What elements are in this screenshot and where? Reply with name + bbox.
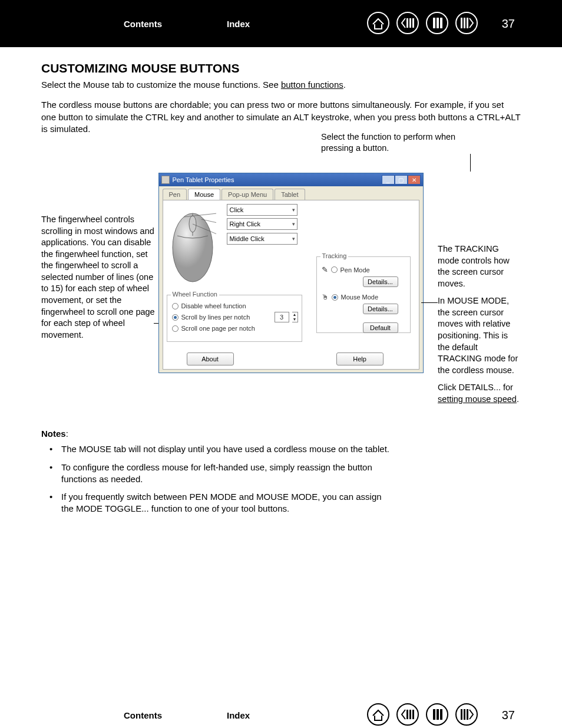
help-button[interactable]: Help (336, 353, 384, 365)
wheel-disable-radio[interactable] (172, 303, 178, 309)
svg-rect-25 (437, 709, 439, 720)
svg-rect-21 (409, 710, 411, 719)
maximize-button[interactable]: ▢ (395, 175, 408, 185)
dialog-panel: Click Right Click Middle Click Tracking … (163, 200, 419, 370)
contents-link-bottom[interactable]: Contents (124, 710, 162, 720)
about-button[interactable]: About (187, 353, 234, 365)
svg-rect-2 (406, 18, 408, 28)
mouse-mode-label: Mouse Mode (341, 294, 379, 301)
prev-section-icon[interactable] (396, 11, 419, 37)
tab-pen[interactable]: Pen (163, 189, 187, 200)
intro-text-end: . (343, 80, 346, 90)
layout-columns: The fingerwheel controls scrolling in mo… (41, 143, 521, 411)
button3-combo[interactable]: Middle Click (227, 233, 297, 245)
wheel-lines-radio[interactable] (172, 314, 178, 321)
wheel-disable-label: Disable wheel function (181, 302, 246, 309)
page-content: CUSTOMIZING MOUSE BUTTONS Select the Mou… (0, 47, 562, 515)
minimize-button[interactable]: _ (382, 175, 395, 185)
window-buttons: _ ▢ ✕ (382, 175, 421, 185)
svg-rect-24 (433, 709, 435, 720)
prev-page-icon[interactable] (425, 703, 449, 728)
note-item: The MOUSE tab will not display until you… (41, 443, 395, 455)
close-button[interactable]: ✕ (408, 175, 421, 185)
svg-rect-20 (406, 710, 408, 719)
tracking-desc-3: Click DETAILS... for setting mouse speed… (438, 382, 521, 405)
home-icon[interactable] (366, 703, 390, 728)
mouse-mode-icon: 🖱 (322, 293, 329, 301)
wheel-lines-label: Scroll by lines per notch (181, 314, 250, 321)
index-link[interactable]: Index (227, 19, 250, 29)
wheel-page-radio[interactable] (172, 325, 178, 332)
tracking-desc-1: The TRACKING mode controls how the scree… (438, 243, 521, 289)
dialog-titlebar: Pen Tablet Properties _ ▢ ✕ (159, 173, 423, 186)
fingerwheel-callout: The fingerwheel controls scrolling in mo… (41, 143, 158, 411)
svg-rect-29 (464, 709, 465, 720)
bottom-nav-bar: Contents Index 37 (0, 692, 562, 728)
button1-combo[interactable]: Click (227, 204, 297, 216)
dialog-title: Pen Tablet Properties (173, 176, 234, 183)
top-nav-bar: Contents Index 37 (0, 0, 562, 47)
wheel-function-fieldset: Wheel Function Disable wheel function Sc… (167, 295, 302, 342)
wheel-legend: Wheel Function (171, 291, 219, 298)
callout-line (421, 302, 438, 303)
index-link-bottom[interactable]: Index (227, 710, 250, 720)
tab-mouse[interactable]: Mouse (188, 189, 220, 200)
notes-section: Notes: The MOUSE tab will not display un… (41, 429, 521, 515)
dialog-tabs: Pen Mouse Pop-up Menu Tablet (159, 186, 423, 200)
tab-tablet[interactable]: Tablet (275, 189, 305, 200)
svg-rect-4 (412, 18, 414, 28)
default-button[interactable]: Default (363, 322, 398, 333)
pen-details-button[interactable]: Details... (363, 276, 398, 287)
pen-mode-radio[interactable] (331, 266, 338, 273)
tracking-legend: Tracking (320, 252, 349, 259)
intro-text: Select the Mouse tab to customize the mo… (41, 80, 281, 90)
prev-section-icon[interactable] (396, 703, 419, 728)
tab-popup-menu[interactable]: Pop-up Menu (222, 189, 273, 200)
page-number-top: 37 (502, 17, 515, 31)
home-icon[interactable] (366, 11, 390, 37)
top-callout: Select the function to perform when pres… (321, 131, 474, 154)
next-page-icon[interactable] (455, 703, 478, 728)
page-title: CUSTOMIZING MOUSE BUTTONS (41, 61, 521, 75)
nav-links-bottom: Contents Index (124, 710, 250, 720)
nav-icons: 37 (366, 11, 515, 37)
svg-rect-22 (412, 710, 414, 719)
intro-paragraph-1: Select the Mouse tab to customize the mo… (41, 79, 521, 91)
svg-point-18 (368, 704, 389, 725)
svg-rect-6 (433, 18, 435, 28)
mouse-mode-radio[interactable] (332, 294, 338, 301)
svg-rect-3 (409, 18, 411, 28)
lines-spinner[interactable]: 3 (275, 312, 289, 322)
pen-mode-label: Pen Mode (340, 266, 370, 274)
pen-tablet-properties-dialog: Pen Tablet Properties _ ▢ ✕ Pen Mouse Po… (158, 173, 424, 373)
nav-links: Contents Index (124, 19, 250, 29)
tracking-fieldset: Tracking ✎ Pen Mode Details... 🖱 Mouse M… (316, 256, 411, 333)
callout-line (470, 154, 471, 172)
svg-rect-28 (461, 709, 462, 720)
svg-rect-8 (440, 18, 442, 28)
button2-combo[interactable]: Right Click (227, 218, 297, 230)
button-functions-link[interactable]: button functions (281, 80, 343, 90)
intro-paragraph-2: The cordless mouse buttons are chordable… (41, 99, 521, 135)
nav-icons-bottom: 37 (366, 703, 515, 728)
setting-mouse-speed-link[interactable]: setting mouse speed (438, 394, 517, 404)
tracking-desc-2: In MOUSE MODE, the screen cursor moves w… (438, 295, 521, 376)
svg-rect-7 (437, 18, 439, 28)
notes-header: Notes (41, 429, 66, 439)
mouse-illustration (169, 206, 216, 283)
page-number-bottom: 37 (502, 709, 515, 722)
svg-rect-11 (464, 18, 465, 28)
tracking-callout: The TRACKING mode controls how the scree… (427, 143, 521, 411)
svg-rect-30 (467, 709, 468, 720)
pen-mode-icon: ✎ (322, 265, 328, 274)
svg-rect-12 (467, 18, 468, 28)
svg-rect-10 (461, 18, 462, 28)
next-page-icon[interactable] (455, 11, 478, 37)
note-item: To configure the cordless mouse for left… (41, 462, 395, 486)
prev-page-icon[interactable] (425, 11, 449, 37)
dialog-column: Select the function to perform when pres… (158, 143, 428, 411)
mouse-details-button[interactable]: Details... (363, 304, 398, 314)
contents-link[interactable]: Contents (124, 19, 162, 29)
svg-rect-26 (440, 709, 442, 720)
wheel-page-label: Scroll one page per notch (181, 325, 255, 332)
